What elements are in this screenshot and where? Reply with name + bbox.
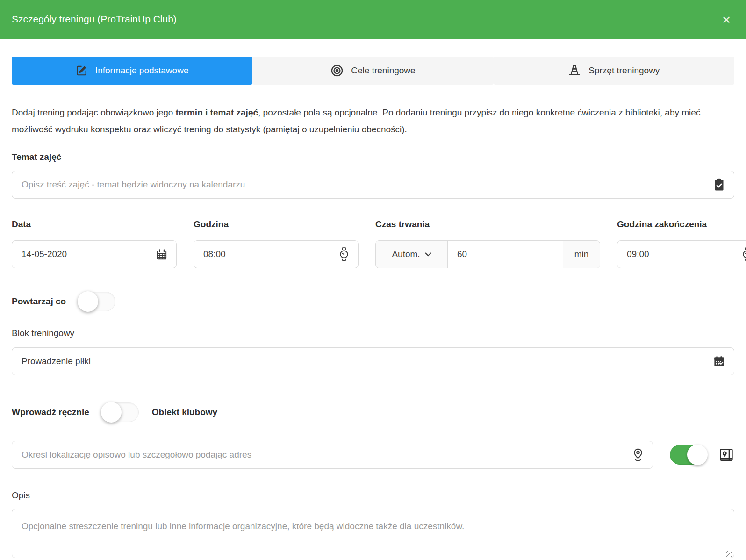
row-powtarzaj: Powtarzaj co bbox=[12, 292, 734, 311]
chevron-down-icon bbox=[425, 252, 431, 257]
field-temat-zajec: Temat zajęć bbox=[12, 152, 734, 199]
close-button[interactable]: ✕ bbox=[720, 8, 733, 26]
data-input-shell bbox=[12, 240, 177, 268]
godzina-input-shell bbox=[194, 240, 359, 268]
tab-bar: Informacje podstawowe Cele treningowe bbox=[12, 57, 734, 85]
intro-text: Dodaj trening podając obowiązkowo jego bbox=[12, 108, 176, 117]
edit-icon bbox=[76, 65, 88, 77]
czas-trwania-mode-value: Autom. bbox=[392, 249, 420, 259]
intro-paragraph: Dodaj trening podając obowiązkowo jego t… bbox=[12, 104, 734, 138]
blok-treningowy-input[interactable] bbox=[22, 348, 713, 375]
wprowadz-recznie-label: Wprowadź ręcznie bbox=[12, 407, 89, 417]
obiekt-klubowy-label: Obiekt klubowy bbox=[152, 407, 217, 417]
field-blok-treningowy: Blok treningowy bbox=[12, 328, 734, 375]
date-time-row: Data Godzina bbox=[12, 219, 734, 268]
field-opis: Opis bbox=[12, 490, 734, 560]
tab-label: Informacje podstawowe bbox=[95, 65, 189, 76]
temat-zajec-label: Temat zajęć bbox=[12, 152, 734, 162]
modal-header: Szczegóły treningu (ProTrainUp Club) ✕ bbox=[0, 0, 746, 39]
close-icon: ✕ bbox=[722, 14, 731, 27]
toggle-knob bbox=[101, 402, 122, 423]
lokalizacja-toggle[interactable] bbox=[670, 445, 707, 465]
field-czas-trwania: Czas trwania Autom. min bbox=[375, 219, 600, 268]
opis-textarea-shell bbox=[12, 509, 734, 560]
wprowadz-recznie-toggle[interactable] bbox=[101, 402, 139, 422]
field-godzina-zakonczenia: Godzina zakończenia bbox=[617, 219, 746, 268]
opis-label: Opis bbox=[12, 490, 734, 501]
tab-label: Sprzęt treningowy bbox=[588, 65, 660, 76]
powtarzaj-label: Powtarzaj co bbox=[12, 296, 66, 307]
czas-trwania-group: Autom. min bbox=[375, 240, 600, 268]
modal-title: Szczegóły treningu (ProTrainUp Club) bbox=[12, 9, 177, 25]
data-input[interactable] bbox=[22, 241, 156, 268]
godzina-input[interactable] bbox=[203, 241, 338, 268]
clipboard-check-icon[interactable] bbox=[713, 178, 725, 192]
data-label: Data bbox=[12, 219, 177, 230]
field-godzina: Godzina bbox=[194, 219, 359, 268]
modal-body: Informacje podstawowe Cele treningowe bbox=[0, 39, 746, 560]
godzina-label: Godzina bbox=[194, 219, 359, 230]
czas-trwania-mode-select[interactable]: Autom. bbox=[376, 241, 448, 268]
tab-label: Cele treningowe bbox=[351, 65, 415, 76]
godzina-zakonczenia-input[interactable] bbox=[627, 241, 741, 268]
czas-trwania-label: Czas trwania bbox=[375, 219, 600, 230]
tab-informacje-podstawowe[interactable]: Informacje podstawowe bbox=[12, 57, 252, 85]
row-wprowadz-recznie: Wprowadź ręcznie Obiekt klubowy bbox=[12, 402, 734, 422]
tab-sprzet-treningowy[interactable]: Sprzęt treningowy bbox=[494, 57, 734, 85]
temat-zajec-input[interactable] bbox=[22, 171, 713, 198]
blok-treningowy-label: Blok treningowy bbox=[12, 328, 734, 338]
traffic-cone-icon bbox=[568, 64, 581, 77]
watch-icon[interactable] bbox=[338, 247, 350, 261]
tab-cele-treningowe[interactable]: Cele treningowe bbox=[252, 57, 493, 85]
row-lokalizacja bbox=[12, 441, 734, 469]
opis-textarea[interactable] bbox=[12, 509, 734, 558]
temat-zajec-input-shell bbox=[12, 171, 734, 199]
watch-icon[interactable] bbox=[741, 247, 746, 261]
godzina-zakonczenia-label: Godzina zakończenia bbox=[617, 219, 746, 230]
godzina-zakonczenia-input-shell bbox=[617, 240, 746, 268]
calendar-event-icon[interactable] bbox=[713, 355, 725, 368]
lokalizacja-input-shell bbox=[12, 441, 653, 469]
map-pin-icon[interactable] bbox=[632, 448, 644, 462]
intro-bold-text: termin i temat zajęć bbox=[176, 108, 258, 117]
lokalizacja-input[interactable] bbox=[22, 441, 632, 468]
czas-trwania-input[interactable] bbox=[448, 241, 563, 268]
calendar-icon[interactable] bbox=[156, 248, 168, 261]
blok-treningowy-input-shell bbox=[12, 347, 734, 375]
powtarzaj-toggle[interactable] bbox=[78, 292, 115, 311]
toggle-knob bbox=[78, 291, 98, 312]
bullseye-icon bbox=[330, 64, 344, 77]
resize-grip[interactable] bbox=[725, 551, 732, 557]
toggle-knob bbox=[687, 445, 708, 465]
field-data: Data bbox=[12, 219, 177, 268]
map-book-icon[interactable] bbox=[718, 447, 734, 463]
czas-trwania-unit: min bbox=[563, 241, 600, 268]
